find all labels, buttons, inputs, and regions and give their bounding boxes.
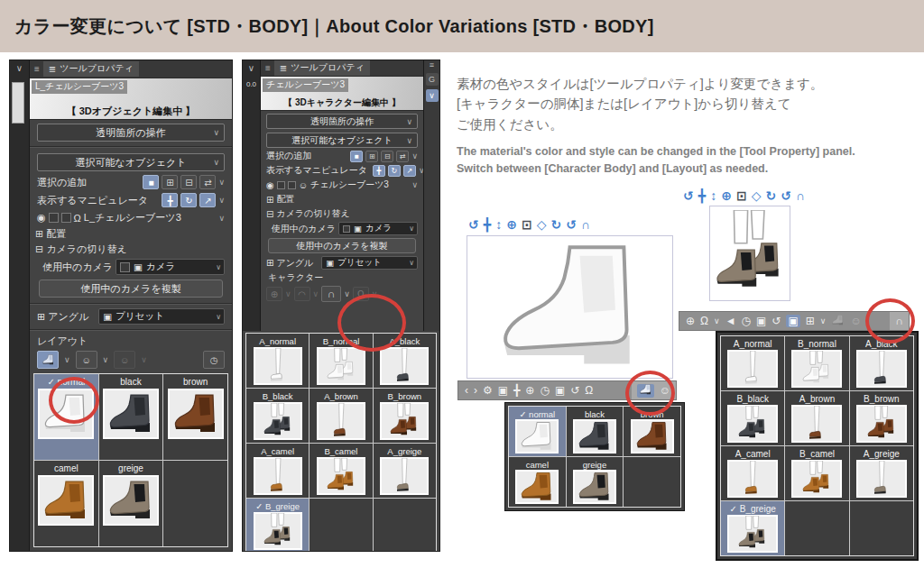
lock-icon[interactable]: Ω (74, 213, 81, 224)
swatch-b-greige[interactable]: ✓ B_greige (721, 501, 784, 555)
scale-manipulator-icon[interactable]: ↗ (199, 193, 216, 207)
swatch-a-greige[interactable]: A_greige (850, 446, 913, 500)
panel-toggle-icon[interactable]: ▣ (786, 315, 799, 327)
selectable-object-dropdown[interactable]: 選択可能なオブジェクト ∨ (37, 153, 225, 171)
pedestal-icon[interactable]: ⊕ (686, 315, 695, 327)
swatch-a-camel[interactable]: A_camel (721, 446, 784, 500)
swatch-a-camel[interactable]: A_camel (246, 444, 309, 498)
spin-x-icon[interactable]: ↺ (566, 217, 577, 232)
object-list-row[interactable]: ◉ Ω L_チェルシーブーツ3 ∨ (30, 209, 232, 226)
gift-box-icon[interactable]: ⊞ (806, 315, 815, 327)
camera-rotate-icon[interactable]: ↺ (468, 217, 479, 232)
pedestal-icon[interactable]: ⊕ (525, 384, 534, 397)
collapse-icon[interactable]: ⊟ (35, 243, 43, 255)
object-rotate-icon[interactable]: ⊡ (522, 217, 532, 232)
object-list-row[interactable]: ◉ ☺ チェルシーブーツ3 ∨ (261, 178, 423, 192)
object-rotate-icon[interactable]: ⊡ (736, 188, 747, 203)
rotate-manipulator-icon[interactable]: ↻ (180, 193, 197, 207)
duplicate-camera-button[interactable]: 使用中のカメラを複製 (39, 279, 223, 298)
color-swatch-brown[interactable]: brown (624, 407, 680, 456)
expand-icon[interactable]: ⊞ (266, 258, 273, 268)
move-manipulator-icon[interactable]: ╋ (373, 165, 385, 177)
checkbox[interactable] (288, 181, 296, 189)
boots-variation-icon[interactable] (637, 384, 654, 398)
camera-pan-icon[interactable]: ╋ (698, 188, 706, 203)
boots-layout-icon[interactable] (37, 351, 59, 369)
visibility-eye-icon[interactable]: ◉ (37, 212, 46, 224)
rotate-cube-icon[interactable]: ◇ (752, 188, 762, 203)
section-camera-switch[interactable]: ⊟ カメラの切り替え (30, 242, 232, 257)
tab-tool-property[interactable]: ≣ ツールプロパティ (43, 61, 139, 77)
chevron-down-icon[interactable]: ∨ (344, 289, 350, 298)
swatch-a-brown[interactable]: A_brown (310, 389, 372, 443)
boots-accessory-icon[interactable]: ∩ (321, 286, 341, 302)
mannequin-icon[interactable]: ☺ (660, 384, 670, 397)
checkbox[interactable] (120, 262, 130, 272)
expand-icon[interactable]: ⊞ (37, 311, 45, 323)
collapse-chevron-icon[interactable]: ∨ (10, 63, 29, 73)
color-swatch-brown[interactable]: brown (163, 374, 227, 460)
new-selection-icon[interactable]: ■ (143, 175, 159, 189)
selectable-object-dropdown[interactable]: 選択可能なオブジェクト ∨ (266, 133, 418, 148)
color-swatch-black[interactable]: black (99, 374, 163, 460)
toggle-selection-icon[interactable]: ⇄ (199, 175, 216, 189)
add-selection-icon[interactable]: ⊞ (162, 175, 178, 189)
camera-rotate-icon[interactable]: ↺ (683, 188, 694, 203)
swatch-a-black[interactable]: A_black (374, 334, 436, 388)
color-swatch-greige[interactable]: greige (99, 461, 163, 546)
camera-zoom-icon[interactable]: ↕ (710, 188, 716, 203)
chevron-down-icon[interactable]: ∨ (714, 316, 720, 325)
chevron-down-icon[interactable]: ∨ (426, 89, 439, 102)
collapse-icon[interactable]: ⊟ (266, 209, 273, 219)
chevron-down-icon[interactable]: ∨ (103, 355, 109, 364)
swatch-b-greige[interactable]: ✓ B_greige (246, 499, 309, 552)
reset-rotation-icon[interactable]: ↺ (570, 384, 579, 397)
swatch-b-brown[interactable]: B_brown (850, 391, 913, 445)
chevron-down-icon[interactable]: ∨ (218, 178, 225, 187)
swatch-a-black[interactable]: A_black (850, 336, 913, 390)
section-camera-switch[interactable]: ⊟ カメラの切り替え (261, 206, 423, 221)
snap-magnet-icon[interactable]: ∩ (581, 217, 590, 232)
rotate-manipulator-icon[interactable]: ↻ (388, 165, 401, 177)
swatch-a-normal[interactable]: A_normal (246, 334, 309, 388)
timer-icon[interactable]: ◷ (203, 351, 225, 369)
rotate-cube-icon[interactable]: ◇ (537, 217, 547, 232)
boots-accessory-icon[interactable]: ∩ (895, 315, 903, 327)
menu-icon[interactable]: ≡ (34, 64, 40, 74)
color-swatch-normal[interactable]: ✓ normal (509, 407, 566, 456)
wrench-icon[interactable]: ⚙ (483, 384, 493, 397)
checkbox[interactable] (277, 181, 285, 189)
reset-rotation-icon[interactable]: ↺ (772, 315, 781, 327)
move-manipulator-icon[interactable]: ╋ (162, 193, 178, 207)
chevron-down-icon[interactable]: ∨ (411, 151, 418, 160)
expand-icon[interactable]: ⊞ (266, 195, 273, 205)
object-move-icon[interactable]: ⊕ (506, 217, 517, 232)
swatch-b-black[interactable]: B_black (246, 389, 309, 443)
swatch-a-normal[interactable]: A_normal (721, 336, 784, 390)
transparent-area-dropdown[interactable]: 透明箇所の操作 ∨ (37, 124, 225, 142)
remove-selection-icon[interactable]: ⊟ (381, 151, 393, 162)
camera-settings-icon[interactable]: ▣ (555, 384, 565, 397)
camera-settings-icon[interactable]: ▣ (756, 315, 766, 327)
spin-y-icon[interactable]: ↻ (550, 217, 561, 232)
scale-manipulator-icon[interactable]: ↗ (403, 165, 416, 177)
swatch-b-black[interactable]: B_black (721, 391, 784, 445)
pose-lock-icon[interactable]: Ω (700, 315, 708, 327)
menu-icon[interactable]: ≡ (265, 63, 271, 73)
remove-selection-icon[interactable]: ⊟ (180, 175, 197, 189)
camera-dropdown[interactable]: ▣ カメラ ∨ (338, 222, 418, 235)
color-swatch-camel[interactable]: camel (34, 461, 98, 546)
swatch-b-brown[interactable]: B_brown (374, 389, 436, 443)
camera-pan-icon[interactable]: ╋ (484, 217, 491, 232)
toggle-selection-icon[interactable]: ⇄ (396, 151, 409, 162)
camera-capture-icon[interactable]: ▣ (498, 384, 508, 397)
forward-icon[interactable]: › (474, 384, 477, 397)
color-swatch-greige[interactable]: greige (567, 457, 624, 507)
checkbox[interactable] (61, 213, 71, 223)
character-3d-preview[interactable] (709, 206, 790, 301)
tab-tool-property[interactable]: ≣ ツールプロパティ (274, 60, 370, 76)
color-swatch-black[interactable]: black (567, 407, 624, 456)
swatch-b-normal[interactable]: B_normal (785, 336, 848, 390)
swatch-a-brown[interactable]: A_brown (785, 391, 848, 445)
chevron-down-icon[interactable]: ∨ (820, 316, 827, 325)
